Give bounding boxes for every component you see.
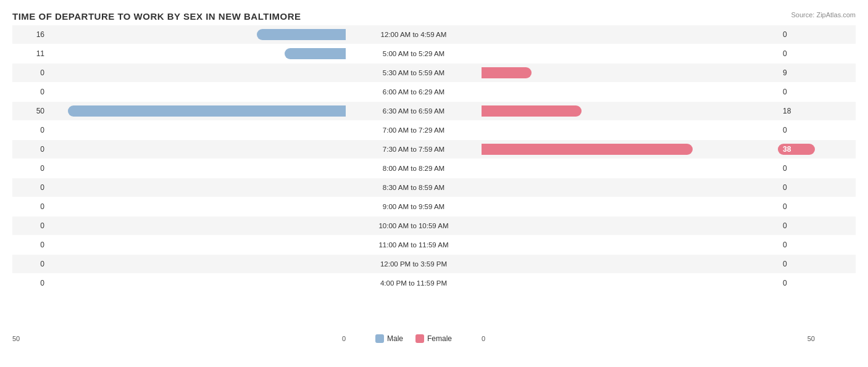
legend-male-label: Male bbox=[387, 334, 403, 343]
left-value: 16 bbox=[12, 30, 49, 39]
female-bar-section bbox=[482, 163, 778, 174]
time-label: 5:00 AM to 5:29 AM bbox=[346, 50, 482, 57]
right-value: 0 bbox=[778, 30, 815, 39]
table-row: 0 11:00 AM to 11:59 AM 0 bbox=[12, 236, 856, 254]
time-label: 5:30 AM to 5:59 AM bbox=[346, 69, 482, 76]
male-bar-section bbox=[49, 239, 346, 250]
left-value: 50 bbox=[12, 107, 49, 115]
female-bar-section bbox=[482, 105, 778, 117]
table-row: 0 7:00 AM to 7:29 AM 0 bbox=[12, 121, 856, 139]
male-bar bbox=[68, 105, 346, 117]
time-label: 7:30 AM to 7:59 AM bbox=[346, 146, 482, 153]
male-bar-section bbox=[49, 144, 346, 155]
female-bar-section bbox=[482, 48, 778, 59]
table-row: 0 10:00 AM to 10:59 AM 0 bbox=[12, 216, 856, 235]
right-value: 0 bbox=[778, 221, 815, 230]
right-value: 0 bbox=[778, 164, 815, 173]
female-bar bbox=[482, 105, 582, 117]
left-value: 0 bbox=[12, 164, 49, 173]
right-value: 0 bbox=[778, 260, 815, 268]
left-value: 0 bbox=[12, 279, 49, 287]
female-bar-section bbox=[482, 258, 778, 270]
left-value: 0 bbox=[12, 202, 49, 211]
female-bar-section bbox=[482, 220, 778, 231]
axis-row: 50 0 Male Female 0 50 bbox=[12, 334, 856, 343]
male-bar-section bbox=[49, 201, 346, 212]
female-bar-section bbox=[482, 182, 778, 193]
axis-right: 0 50 bbox=[482, 335, 815, 342]
right-value: 38 bbox=[778, 144, 815, 155]
time-label: 6:00 AM to 6:29 AM bbox=[346, 88, 482, 96]
male-bar-section bbox=[49, 278, 346, 289]
time-label: 8:30 AM to 8:59 AM bbox=[346, 184, 482, 191]
table-row: 0 9:00 AM to 9:59 AM 0 bbox=[12, 197, 856, 216]
time-label: 4:00 PM to 11:59 PM bbox=[346, 279, 482, 287]
left-value: 0 bbox=[12, 88, 49, 96]
time-label: 10:00 AM to 10:59 AM bbox=[346, 222, 482, 229]
time-label: 6:30 AM to 6:59 AM bbox=[346, 107, 482, 115]
male-bar-section bbox=[49, 67, 346, 78]
male-bar-section bbox=[49, 125, 346, 136]
male-bar-section bbox=[49, 105, 346, 117]
left-value: 0 bbox=[12, 183, 49, 192]
right-value: 0 bbox=[778, 279, 815, 287]
chart-title: TIME OF DEPARTURE TO WORK BY SEX IN NEW … bbox=[12, 11, 856, 22]
male-bar bbox=[285, 48, 346, 59]
female-bar-section bbox=[482, 29, 778, 40]
chart-area: 16 12:00 AM to 4:59 AM 0 11 5:00 AM to 5… bbox=[12, 25, 856, 332]
right-value: 0 bbox=[778, 49, 815, 58]
table-row: 50 6:30 AM to 6:59 AM 18 bbox=[12, 102, 856, 120]
male-bar-section bbox=[49, 29, 346, 40]
male-bar-section bbox=[49, 258, 346, 270]
legend-male: Male bbox=[375, 334, 403, 343]
female-bar-section bbox=[482, 86, 778, 97]
male-bar-section bbox=[49, 220, 346, 231]
left-value: 0 bbox=[12, 260, 49, 268]
right-value: 9 bbox=[778, 68, 815, 77]
time-label: 11:00 AM to 11:59 AM bbox=[346, 241, 482, 249]
male-bar-section bbox=[49, 163, 346, 174]
chart-container: TIME OF DEPARTURE TO WORK BY SEX IN NEW … bbox=[0, 0, 868, 367]
table-row: 16 12:00 AM to 4:59 AM 0 bbox=[12, 25, 856, 44]
female-bar bbox=[482, 67, 532, 78]
left-value: 11 bbox=[12, 49, 49, 58]
right-value: 0 bbox=[778, 88, 815, 96]
male-bar bbox=[257, 29, 346, 40]
legend-female-label: Female bbox=[427, 334, 452, 343]
table-row: 0 8:30 AM to 8:59 AM 0 bbox=[12, 178, 856, 197]
female-bar-section bbox=[482, 278, 778, 289]
female-bar bbox=[482, 144, 693, 155]
left-value: 0 bbox=[12, 145, 49, 154]
male-bar-section bbox=[49, 182, 346, 193]
time-label: 8:00 AM to 8:29 AM bbox=[346, 165, 482, 172]
male-bar-section bbox=[49, 86, 346, 97]
time-label: 9:00 AM to 9:59 AM bbox=[346, 203, 482, 210]
table-row: 11 5:00 AM to 5:29 AM 0 bbox=[12, 44, 856, 63]
table-row: 0 4:00 PM to 11:59 PM 0 bbox=[12, 274, 856, 292]
axis-left-max: 50 bbox=[12, 335, 20, 342]
left-value: 0 bbox=[12, 68, 49, 77]
female-bar-section bbox=[482, 125, 778, 136]
time-label: 7:00 AM to 7:29 AM bbox=[346, 126, 482, 134]
axis-right-max: 50 bbox=[807, 335, 815, 342]
source-text: Source: ZipAtlas.com bbox=[791, 11, 856, 19]
axis-right-min: 0 bbox=[482, 335, 485, 342]
legend: Male Female bbox=[346, 334, 482, 343]
right-value: 0 bbox=[778, 183, 815, 192]
left-value: 0 bbox=[12, 221, 49, 230]
left-value: 0 bbox=[12, 241, 49, 249]
legend-female-box bbox=[415, 334, 424, 343]
right-value: 0 bbox=[778, 202, 815, 211]
axis-left: 50 0 bbox=[12, 335, 346, 342]
right-value: 0 bbox=[778, 241, 815, 249]
female-bar-section bbox=[482, 201, 778, 212]
right-value: 18 bbox=[778, 107, 815, 115]
table-row: 0 12:00 PM to 3:59 PM 0 bbox=[12, 255, 856, 273]
table-row: 0 7:30 AM to 7:59 AM 38 bbox=[12, 140, 856, 159]
female-bar-section bbox=[482, 144, 778, 155]
female-bar-section bbox=[482, 67, 778, 78]
female-bar-section bbox=[482, 239, 778, 250]
time-label: 12:00 AM to 4:59 AM bbox=[346, 31, 482, 38]
table-row: 0 6:00 AM to 6:29 AM 0 bbox=[12, 83, 856, 101]
legend-male-box bbox=[375, 334, 384, 343]
